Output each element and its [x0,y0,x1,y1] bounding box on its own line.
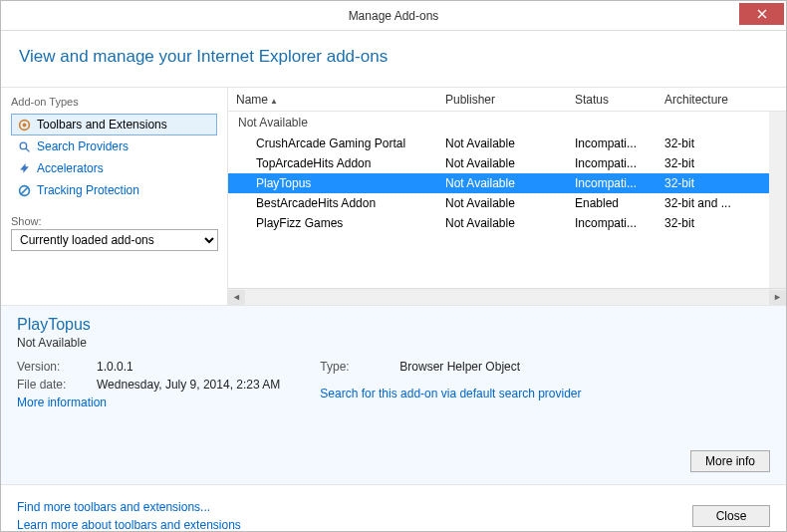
svg-point-2 [20,142,27,149]
version-value: 1.0.0.1 [97,360,280,374]
accelerator-icon [17,161,31,175]
sidebar: Add-on Types Toolbars and Extensions Sea… [1,88,228,305]
more-information-link[interactable]: More information [17,396,280,409]
col-header-publisher[interactable]: Publisher [437,93,567,107]
cell-name: PlayTopus [228,176,437,190]
sidebar-item-search[interactable]: Search Providers [11,135,217,157]
sidebar-item-label: Toolbars and Extensions [37,118,167,132]
search-addon-link[interactable]: Search for this add-on via default searc… [320,387,581,409]
table-header: Name▲ Publisher Status Architecture [228,88,786,112]
show-select[interactable]: Currently loaded add-ons [11,229,218,251]
sidebar-item-label: Tracking Protection [37,183,139,197]
sidebar-item-toolbars[interactable]: Toolbars and Extensions [11,114,217,135]
details-left: Version: 1.0.0.1 File date: Wednesday, J… [17,360,280,409]
filedate-value: Wednesday, July 9, 2014, 2:23 AM [97,378,280,392]
cell-status: Enabled [567,196,656,210]
details-panel: PlayTopus Not Available Version: 1.0.0.1… [1,305,786,484]
type-label: Type: [320,360,399,383]
table-row[interactable]: PlayFizz Games Not Available Incompati..… [228,213,786,233]
footer: Find more toolbars and extensions... Lea… [1,484,786,532]
svg-line-5 [20,186,28,194]
main-area: Add-on Types Toolbars and Extensions Sea… [1,88,786,305]
horizontal-scrollbar[interactable]: ◄ ► [228,288,786,305]
more-info-button[interactable]: More info [690,450,770,472]
cell-status: Incompati... [567,176,656,190]
filedate-label: File date: [17,378,97,392]
titlebar: Manage Add-ons [1,1,786,31]
addon-list: Name▲ Publisher Status Architecture Not … [228,88,786,305]
cell-status: Incompati... [567,156,656,170]
vertical-scrollbar[interactable] [769,112,786,288]
cell-publisher: Not Available [437,136,567,150]
close-icon [757,9,767,19]
details-subtitle: Not Available [17,336,770,350]
show-label: Show: [11,215,217,227]
stop-icon [17,183,31,197]
svg-line-3 [26,148,29,151]
sidebar-title: Add-on Types [11,96,217,108]
table-row[interactable]: TopArcadeHits Addon Not Available Incomp… [228,153,786,173]
details-grid: Version: 1.0.0.1 File date: Wednesday, J… [17,360,770,409]
close-button[interactable]: Close [692,505,770,527]
sidebar-item-tracking[interactable]: Tracking Protection [11,179,217,201]
svg-point-1 [22,123,26,127]
cell-status: Incompati... [567,136,656,150]
group-row[interactable]: Not Available [228,112,786,133]
sort-asc-icon: ▲ [270,97,278,106]
cell-name: BestArcadeHits Addon [228,196,437,210]
window-title: Manage Add-ons [1,9,786,23]
col-header-status[interactable]: Status [567,93,656,107]
cell-arch: 32-bit [656,176,742,190]
search-icon [17,139,31,153]
cell-publisher: Not Available [437,156,567,170]
table-row[interactable]: BestArcadeHits Addon Not Available Enabl… [228,193,786,213]
window-close-button[interactable] [739,3,784,25]
cell-publisher: Not Available [437,176,567,190]
cell-arch: 32-bit [656,136,742,150]
version-label: Version: [17,360,97,374]
cell-status: Incompati... [567,216,656,230]
gear-icon [17,118,31,132]
type-value: Browser Helper Object [399,360,581,383]
col-header-name[interactable]: Name▲ [228,93,437,107]
table-row[interactable]: PlayTopus Not Available Incompati... 32-… [228,173,786,193]
sidebar-item-label: Search Providers [37,139,129,153]
sidebar-item-label: Accelerators [37,161,104,175]
learn-more-link[interactable]: Learn more about toolbars and extensions [17,518,241,532]
cell-name: CrushArcade Gaming Portal [228,136,437,150]
cell-name: PlayFizz Games [228,216,437,230]
details-right: Type: Browser Helper Object Search for t… [320,360,581,409]
cell-publisher: Not Available [437,196,567,210]
scroll-right-icon[interactable]: ► [769,290,786,305]
cell-arch: 32-bit [656,156,742,170]
cell-publisher: Not Available [437,216,567,230]
cell-arch: 32-bit [656,216,742,230]
footer-links: Find more toolbars and extensions... Lea… [17,498,241,533]
cell-name: TopArcadeHits Addon [228,156,437,170]
scroll-left-icon[interactable]: ◄ [228,290,245,305]
find-more-link[interactable]: Find more toolbars and extensions... [17,500,210,514]
table-row[interactable]: CrushArcade Gaming Portal Not Available … [228,133,786,153]
page-header: View and manage your Internet Explorer a… [1,31,786,88]
cell-arch: 32-bit and ... [656,196,742,210]
col-header-architecture[interactable]: Architecture [656,93,742,107]
sidebar-item-accelerators[interactable]: Accelerators [11,157,217,179]
details-title: PlayTopus [17,316,770,334]
